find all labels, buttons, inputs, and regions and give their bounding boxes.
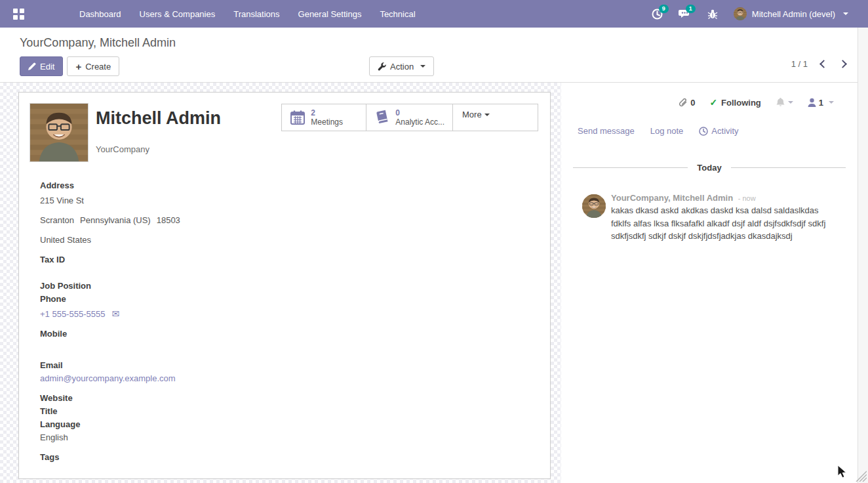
phone-link[interactable]: +1 555-555-5555: [40, 309, 105, 319]
paperclip-icon: [679, 98, 688, 108]
address-country: United States: [40, 234, 540, 246]
analytic-accounts-stat-button[interactable]: 0 Analytic Acc...: [366, 104, 452, 131]
message-timestamp: - now: [738, 194, 756, 202]
pager-value: 1 / 1: [791, 59, 808, 69]
pager: 1 / 1: [791, 59, 846, 69]
user-avatar: [734, 7, 747, 20]
following-label: Following: [721, 98, 761, 108]
messages-icon[interactable]: 1: [679, 9, 692, 20]
resize-grip-icon[interactable]: [852, 467, 867, 482]
phone-row: +1 555-555-5555✉: [40, 308, 540, 320]
nav-item-general-settings[interactable]: General Settings: [298, 9, 362, 19]
more-label: More: [462, 110, 482, 119]
activities-icon[interactable]: 9: [652, 9, 663, 20]
chevron-down-icon: [843, 12, 848, 15]
meetings-count: 2: [311, 108, 343, 117]
sms-envelope-icon[interactable]: ✉: [111, 308, 119, 319]
date-separator: Today: [573, 163, 846, 173]
tax-id-label: Tax ID: [40, 253, 540, 266]
followers-count: 1: [819, 98, 823, 108]
edit-button-label: Edit: [40, 62, 54, 72]
calendar-icon: [290, 110, 306, 125]
job-position-label: Job Position: [40, 280, 540, 292]
meetings-label: Meetings: [311, 117, 343, 127]
mobile-label: Mobile: [40, 327, 540, 340]
chevron-down-icon: [484, 114, 490, 116]
form-view-background: Mitchell Admin YourCompany 2 Meetings 0: [0, 83, 561, 483]
language-label: Language: [40, 418, 540, 430]
message-body: kakas dkasd askd akdkas daskd ksa dalsd …: [611, 204, 838, 243]
email-link[interactable]: admin@yourcompany.example.com: [40, 372, 540, 385]
pager-previous-icon[interactable]: [819, 60, 828, 68]
attachments-count: 0: [690, 98, 695, 108]
address-label: Address: [40, 179, 540, 192]
company-link[interactable]: YourCompany: [96, 144, 149, 154]
phone-label: Phone: [40, 293, 540, 305]
wrench-icon: [378, 62, 386, 71]
analytic-count: 0: [395, 108, 444, 117]
address-state: Pennsylvania (US): [80, 215, 151, 225]
action-button-label: Action: [390, 62, 414, 72]
create-button[interactable]: + Create: [67, 56, 119, 76]
control-panel: YourCompany, Mitchell Admin Edit + Creat…: [0, 28, 868, 83]
send-message-button[interactable]: Send message: [578, 126, 635, 136]
address-street: 215 Vine St: [40, 194, 540, 207]
pager-next-icon[interactable]: [838, 60, 847, 68]
content: Mitchell Admin YourCompany 2 Meetings 0: [0, 83, 868, 483]
form-sheet: Mitchell Admin YourCompany 2 Meetings 0: [18, 92, 551, 479]
action-dropdown-button[interactable]: Action: [369, 56, 434, 76]
nav-item-users-companies[interactable]: Users & Companies: [140, 9, 216, 19]
message: YourCompany, Mitchell Admin - now kakas …: [582, 193, 838, 243]
edit-button[interactable]: Edit: [20, 56, 63, 76]
vertical-scrollbar[interactable]: [858, 28, 868, 483]
apps-menu-icon[interactable]: [13, 9, 24, 20]
contact-fields: Address 215 Vine St ScrantonPennsylvania…: [30, 175, 540, 463]
chevron-down-icon: [420, 65, 425, 68]
address-city: Scranton: [40, 215, 74, 225]
chevron-down-icon: [788, 101, 793, 104]
activity-label: Activity: [711, 126, 738, 136]
user-menu[interactable]: Mitchell Admin (devel): [734, 7, 848, 20]
message-author-avatar: [582, 194, 606, 218]
message-author[interactable]: YourCompany, Mitchell Admin: [611, 193, 733, 203]
messages-badge: 1: [686, 5, 696, 13]
address-zip: 18503: [157, 215, 180, 225]
meetings-stat-button[interactable]: 2 Meetings: [282, 104, 366, 131]
email-label: Email: [40, 359, 540, 371]
address-city-state-zip: ScrantonPennsylvania (US)18503: [40, 214, 540, 226]
tags-label: Tags: [40, 451, 540, 463]
website-label: Website: [40, 392, 540, 404]
nav-item-translations[interactable]: Translations: [233, 9, 279, 19]
subscription-bell-button[interactable]: [776, 97, 793, 108]
user-name: Mitchell Admin (devel): [752, 9, 835, 19]
nav-menu: Dashboard Users & Companies Translations…: [79, 9, 416, 19]
plus-icon: +: [75, 62, 81, 72]
more-dropdown-button[interactable]: More: [452, 104, 538, 131]
date-separator-label: Today: [697, 163, 721, 173]
contact-photo[interactable]: [30, 103, 89, 162]
nav-item-technical[interactable]: Technical: [380, 9, 415, 19]
following-button[interactable]: ✓ Following: [709, 97, 760, 108]
nav-item-dashboard[interactable]: Dashboard: [79, 9, 121, 19]
chatter: 0 ✓ Following 1 Send message Log note Ac…: [561, 83, 858, 483]
title-label: Title: [40, 405, 540, 417]
chevron-down-icon: [829, 101, 834, 104]
top-navbar: Dashboard Users & Companies Translations…: [0, 0, 868, 28]
stat-button-box: 2 Meetings 0 Analytic Acc... More: [281, 104, 538, 131]
check-icon: ✓: [709, 97, 717, 108]
analytic-label: Analytic Acc...: [395, 117, 444, 127]
attachments-button[interactable]: 0: [679, 98, 695, 108]
create-button-label: Create: [85, 62, 111, 72]
clock-icon: [699, 127, 708, 136]
pencil-icon: [28, 62, 36, 70]
person-icon: [808, 98, 816, 107]
mouse-cursor: [837, 465, 848, 479]
log-note-button[interactable]: Log note: [650, 126, 684, 136]
schedule-activity-button[interactable]: Activity: [699, 126, 738, 136]
bell-icon: [776, 97, 785, 108]
systray: 9 1 Mitchell Admin (devel): [652, 7, 848, 20]
bug-icon[interactable]: [707, 9, 718, 20]
breadcrumb[interactable]: YourCompany, Mitchell Admin: [20, 36, 176, 50]
activities-badge: 9: [659, 5, 669, 13]
followers-button[interactable]: 1: [808, 98, 834, 108]
